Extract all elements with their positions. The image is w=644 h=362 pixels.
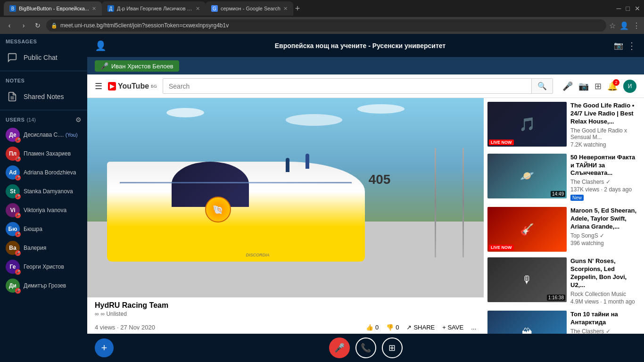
user-profile-icon[interactable]: 👤 xyxy=(95,40,107,51)
sidebar-video-5[interactable]: 🏔 14:18 Топ 10 тайни на Антарктида The C… xyxy=(487,311,640,334)
tab1-close[interactable]: ✕ xyxy=(92,6,96,12)
reload-button[interactable]: ↻ xyxy=(32,22,43,29)
yt-menu-icon[interactable]: ☰ xyxy=(95,81,102,91)
main-content: 👤 Европейска нощ на учените - Русенски у… xyxy=(87,34,644,362)
new-tab-button[interactable]: + xyxy=(295,4,300,14)
youtube-header: ☰ ▶ YouTube БG 🔍 🎤 📷 ⊞ 🔔 2 xyxy=(87,74,644,98)
add-button[interactable]: + xyxy=(95,338,114,357)
presenter-name: Иван Христов Белоев xyxy=(111,63,173,70)
user-avatar-5: Vi 🎤 xyxy=(6,203,20,217)
sidebar-video-4[interactable]: 🎙 1:16:38 Guns N' Roses, Scorpions, Led … xyxy=(487,257,640,305)
browser-tab-3[interactable]: G сермион - Google Search ✕ xyxy=(206,1,293,16)
sidebar-meta-1: 7.2K watching xyxy=(570,141,640,148)
car-number: 405 xyxy=(369,172,391,187)
lock-icon: 🔒 xyxy=(51,23,58,29)
sidebar-title-2: 50 Невероятни Факта и ТАЙНИ за Слънчеват… xyxy=(570,154,640,178)
user-name-3: Adriana Borodzhieva xyxy=(24,169,76,176)
yt-subtitle-icon: ∞ xyxy=(95,311,99,317)
window-controls: ─ □ ✕ xyxy=(617,5,640,12)
yt-search-bar: 🔍 xyxy=(163,78,553,94)
yt-search-button[interactable]: 🔍 xyxy=(531,79,553,93)
minimize-button[interactable]: ─ xyxy=(617,5,621,12)
yt-camera-icon[interactable]: 📷 xyxy=(578,81,589,91)
maximize-button[interactable]: □ xyxy=(626,5,630,12)
presenter-bar: 🎤 Иван Христов Белоев xyxy=(87,58,644,74)
user-avatar-7: Ва 🎤 xyxy=(6,241,20,255)
mute-badge-5: 🎤 xyxy=(15,213,21,218)
tab3-close[interactable]: ✕ xyxy=(283,6,288,12)
phone-icon: 📞 xyxy=(361,343,371,353)
bbb-topbar-left: 👤 xyxy=(95,40,107,51)
user-name-7: Валерия xyxy=(24,245,46,251)
sidebar-channel-1: The Good Life Radio x Sensual M... xyxy=(570,127,640,140)
sidebar-thumb-5: 🏔 14:18 xyxy=(487,311,567,334)
sidebar-channel-5: The Clashers ✓ xyxy=(570,328,640,334)
sidebar-channel-4: Rock Collection Music xyxy=(570,291,640,297)
sidebar-video-1[interactable]: 🎵 LIVE NOW The Good Life Radio • 24/7 Li… xyxy=(487,102,640,148)
yt-like-button[interactable]: 👍 0 xyxy=(366,324,379,331)
screen-share-button[interactable]: ⊞ xyxy=(382,337,403,358)
extension-icon[interactable]: ⋮ xyxy=(633,21,640,30)
sidebar-info-3: Maroon 5, Ed Sheeran, Adele, Taylor Swif… xyxy=(570,207,640,252)
yt-bell-icon[interactable]: 🔔 2 xyxy=(607,81,618,91)
mute-badge-6: 🎤 xyxy=(15,231,21,237)
sidebar-badge-2: New xyxy=(570,195,584,201)
address-bar[interactable]: 🔒 meet.uni-ruse.bg/html5client/join?sess… xyxy=(46,19,606,32)
yt-video-player[interactable]: 🐚 405 xyxy=(87,98,484,297)
sidebar-video-2[interactable]: 🪐 14:49 50 Невероятни Факта и ТАЙНИ за С… xyxy=(487,154,640,202)
public-chat-item[interactable]: Public Chat xyxy=(0,46,87,69)
yt-logo: ▶ YouTube БG xyxy=(108,82,157,90)
yt-save-label: + SAVE xyxy=(442,324,463,331)
yt-share-label: SHARE xyxy=(413,324,435,331)
bbb-topbar: 👤 Европейска нощ на учените - Русенски у… xyxy=(87,34,644,58)
bbb-more-icon[interactable]: ⋮ xyxy=(627,40,636,51)
app-container: MESSAGES Public Chat NOTES Shared Notes … xyxy=(0,34,644,362)
yt-dislike-button[interactable]: 👎 0 xyxy=(386,324,399,331)
back-button[interactable]: ‹ xyxy=(4,22,15,29)
profile-icon[interactable]: 👤 xyxy=(619,21,629,30)
yt-user-avatar[interactable]: И xyxy=(623,80,636,93)
users-gear-icon[interactable]: ⚙ xyxy=(75,116,82,123)
bbb-camera-icon[interactable]: 📷 xyxy=(614,41,623,50)
barrier-post-1 xyxy=(462,148,464,258)
sidebar-thumb-1: 🎵 LIVE NOW xyxy=(487,102,567,147)
bbb-bottom-controls: + 🎤 📞 ⊞ xyxy=(87,334,644,362)
yt-more-label: ... xyxy=(471,324,476,331)
user-avatar-6: Бю 🎤 xyxy=(6,222,20,236)
presenter-badge: 🎤 Иван Христов Белоев xyxy=(95,60,179,72)
notes-icon xyxy=(6,90,19,103)
user-item-8: Ге 🎤 Георги Христов xyxy=(0,257,87,276)
browser-tab-2[interactable]: Д Д-р Иван Георгиев Лисичков -... ✕ xyxy=(102,1,206,16)
yt-body: 🐚 405 xyxy=(87,98,644,334)
yt-mic-button[interactable]: 🎤 xyxy=(562,81,573,91)
yt-share-button[interactable]: ↗ SHARE xyxy=(406,324,435,331)
sidebar-info-2: 50 Невероятни Факта и ТАЙНИ за Слънчеват… xyxy=(570,154,640,202)
close-button[interactable]: ✕ xyxy=(635,5,640,12)
tab2-close[interactable]: ✕ xyxy=(196,6,200,12)
sidebar-thumb-2: 🪐 14:49 xyxy=(487,154,567,198)
shared-notes-item[interactable]: Shared Notes xyxy=(0,85,87,108)
address-text: meet.uni-ruse.bg/html5client/join?sessio… xyxy=(60,22,229,29)
phone-button[interactable]: 📞 xyxy=(355,337,376,358)
bookmark-icon[interactable]: ☆ xyxy=(609,21,616,30)
user-avatar-8: Ге 🎤 xyxy=(6,260,20,274)
sidebar-meta-2: 137K views · 2 days ago xyxy=(570,186,640,193)
sidebar-thumb-4: 🎙 1:16:38 xyxy=(487,257,567,302)
yt-search-input[interactable] xyxy=(163,80,531,93)
sidebar-live-badge-1: LIVE NOW xyxy=(489,140,514,145)
sidebar-title-4: Guns N' Roses, Scorpions, Led Zeppelin, … xyxy=(570,257,640,289)
tab2-favicon: Д xyxy=(107,5,114,12)
yt-sidebar: 🎵 LIVE NOW The Good Life Radio • 24/7 Li… xyxy=(484,98,644,334)
screen-share-icon: ⊞ xyxy=(388,343,396,353)
sidebar-video-3[interactable]: 🎸 LIVE NOW Maroon 5, Ed Sheeran, Adele, … xyxy=(487,207,640,252)
sidebar-info-5: Топ 10 тайни на Антарктида The Clashers … xyxy=(570,311,640,334)
yt-save-button[interactable]: + SAVE xyxy=(442,324,463,331)
barrier-post-2 xyxy=(435,148,436,258)
browser-tab-1[interactable]: B BigBlueButton - Европейска... ✕ xyxy=(4,1,102,16)
forward-button[interactable]: › xyxy=(18,22,29,29)
mute-button[interactable]: 🎤 xyxy=(329,337,350,358)
yt-grid-icon[interactable]: ⊞ xyxy=(594,81,602,91)
user-name-2: Пламен Захариев xyxy=(24,150,71,157)
user-name-8: Георги Христов xyxy=(24,263,64,270)
yt-more-button[interactable]: ... xyxy=(471,324,476,331)
